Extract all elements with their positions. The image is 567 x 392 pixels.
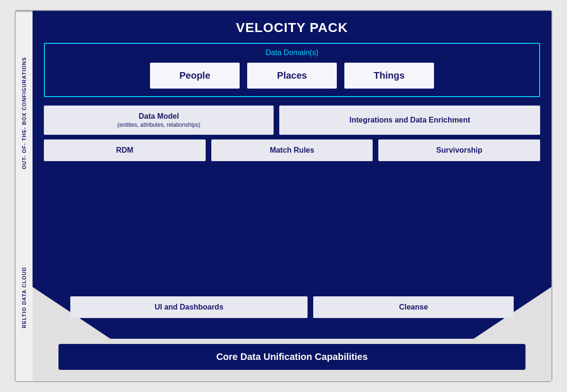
box-data-model: Data Model (entities, attributes, relati… [44, 106, 274, 135]
sidebar: OUT- OF- THE- BOX CONFIGURATIONS RELTIO … [16, 11, 33, 381]
bottom-section: UI and Dashboards Cleanse Core Data Unif… [33, 287, 551, 381]
domain-box-things: Things [344, 63, 434, 89]
page-title: VELOCITY PACK [44, 20, 540, 35]
domain-boxes: People Places Things [52, 63, 532, 89]
data-model-sub: (entities, attributes, relationships) [117, 122, 200, 128]
sidebar-top-label: OUT- OF- THE- BOX CONFIGURATIONS [16, 11, 33, 214]
main-content: VELOCITY PACK Data Domain(s) People Plac… [33, 11, 551, 381]
integrations-label: Integrations and Data Enrichment [350, 116, 470, 124]
domain-box-people: People [150, 63, 240, 89]
core-label: Core Data Unification Capabilities [216, 351, 367, 362]
box-survivorship: Survivorship [378, 139, 540, 161]
domain-box-places: Places [247, 63, 337, 89]
row1: Data Model (entities, attributes, relati… [44, 106, 540, 135]
box-integrations: Integrations and Data Enrichment [279, 106, 540, 135]
row2: RDM Match Rules Survivorship [44, 139, 540, 161]
navy-section: VELOCITY PACK Data Domain(s) People Plac… [33, 11, 551, 287]
middle-rows: Data Model (entities, attributes, relati… [44, 106, 540, 161]
match-rules-label: Match Rules [270, 146, 314, 155]
data-model-label: Data Model [139, 112, 179, 121]
rdm-label: RDM [116, 146, 133, 155]
box-cleanse: Cleanse [313, 296, 514, 318]
core-box: Core Data Unification Capabilities [58, 344, 525, 370]
cleanse-label: Cleanse [399, 303, 428, 311]
data-domain-container: Data Domain(s) People Places Things [44, 43, 540, 97]
box-rdm: RDM [44, 139, 206, 161]
data-domain-label: Data Domain(s) [52, 49, 532, 57]
sidebar-bottom-label: RELTIO DATA CLOUD [16, 214, 33, 381]
box-match-rules: Match Rules [211, 139, 373, 161]
outer-frame: OUT- OF- THE- BOX CONFIGURATIONS RELTIO … [15, 10, 552, 382]
survivorship-label: Survivorship [436, 146, 483, 155]
row3: UI and Dashboards Cleanse [33, 296, 551, 318]
ui-dashboards-label: UI and Dashboards [155, 303, 224, 311]
box-ui-dashboards: UI and Dashboards [70, 296, 308, 318]
